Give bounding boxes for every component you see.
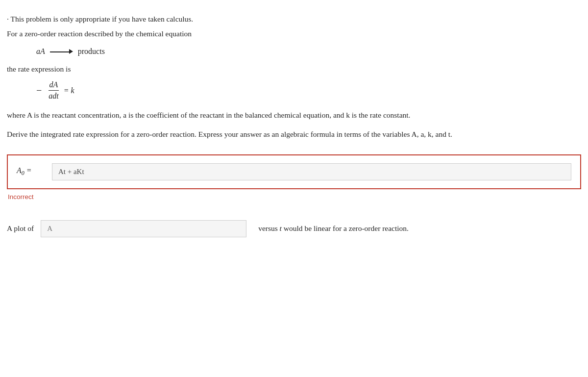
rate-fraction-container: − dA adt = k [36, 80, 581, 101]
problem-intro: For a zero-order reaction described by t… [7, 29, 581, 38]
description-text: where A is the reactant concentration, a… [7, 109, 581, 122]
rate-fraction: dA adt [48, 80, 59, 101]
versus-text: versus t would be linear for a zero-orde… [258, 224, 409, 233]
plot-input[interactable] [41, 220, 246, 237]
t-variable: t [280, 224, 282, 232]
plot-row: A plot of versus t would be linear for a… [7, 220, 581, 237]
reaction-equation: aA products [36, 47, 581, 56]
reactant: aA [36, 47, 45, 56]
answer-label: A0 = [17, 166, 46, 177]
content-area: · This problem is only appropriate if yo… [5, 10, 583, 242]
equals-k: = k [64, 86, 74, 95]
minus-sign: − [36, 85, 42, 96]
plot-label: A plot of [7, 224, 34, 233]
answer-input[interactable] [52, 163, 571, 180]
fraction-denominator: adt [48, 91, 59, 101]
answer-row: A0 = [17, 163, 571, 180]
derive-text: Derive the integrated rate expression fo… [7, 128, 581, 141]
fraction-numerator: dA [49, 80, 59, 91]
incorrect-label: Incorrect [7, 193, 581, 201]
product: products [78, 47, 105, 56]
problem-note: · This problem is only appropriate if yo… [7, 15, 581, 24]
rate-expression-label: the rate expression is [7, 65, 581, 74]
reaction-arrow-icon [50, 49, 73, 54]
answer-box-container: A0 = [7, 154, 581, 189]
